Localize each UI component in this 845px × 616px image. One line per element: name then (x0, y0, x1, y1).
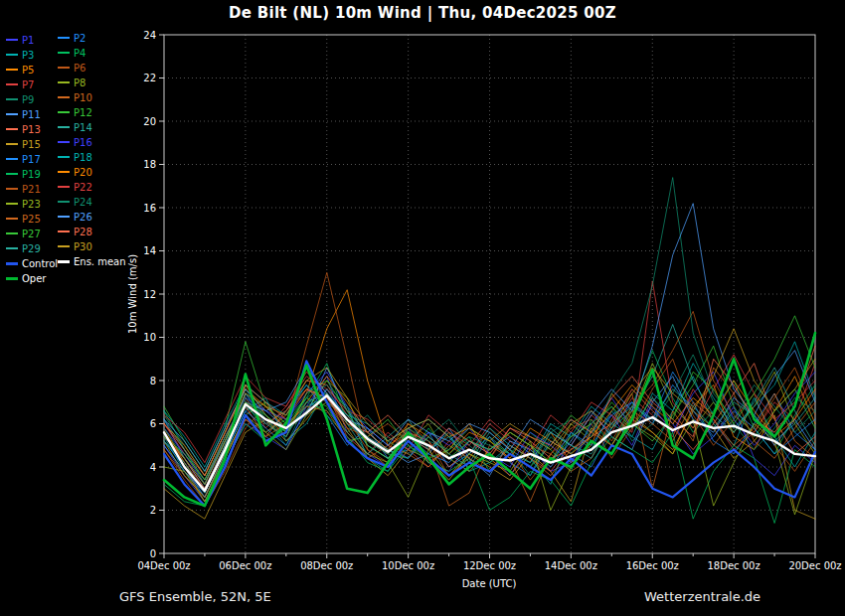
legend-label: P11 (22, 109, 41, 120)
legend-label: P3 (22, 50, 34, 61)
legend-label: P24 (74, 197, 92, 208)
y-tick-label: 8 (150, 376, 156, 386)
legend-line-sample (6, 218, 18, 220)
legend-row: P11P12 (6, 104, 155, 119)
x-tick-label: 10Dec 00z (382, 560, 434, 571)
legend-line-sample (58, 231, 70, 232)
legend-item-p12: P12 (58, 104, 92, 119)
legend-line-sample (58, 171, 70, 173)
legend-label: P13 (22, 124, 41, 135)
legend-item-p19: P19 (6, 168, 41, 179)
legend-row: P3P4 (6, 45, 155, 60)
legend-label: P10 (74, 92, 92, 103)
legend-row: P7P8 (6, 75, 155, 89)
legend-line-sample (6, 83, 18, 85)
legend-line-sample (58, 201, 70, 203)
legend-line-sample (58, 111, 70, 113)
legend-item-p5: P5 (6, 64, 34, 75)
meteogram-page: De Bilt (NL) 10m Wind | Thu, 04Dec2025 0… (0, 0, 845, 616)
legend-item-p9: P9 (6, 93, 34, 104)
legend-line-sample (58, 67, 70, 69)
legend-line-sample (6, 173, 18, 175)
legend-label: P26 (74, 212, 92, 223)
legend-line-sample (58, 141, 70, 143)
y-tick-label: 4 (150, 462, 156, 473)
legend-line-sample (6, 69, 18, 71)
legend-item-p30: P30 (58, 238, 92, 253)
legend-label: P7 (22, 79, 34, 90)
legend-label: P23 (22, 199, 41, 210)
legend-item-p7: P7 (6, 78, 34, 89)
legend-line-sample (6, 203, 18, 205)
legend-item-p6: P6 (58, 60, 85, 75)
legend-line-sample (6, 98, 18, 100)
legend-item-p11: P11 (6, 108, 41, 119)
legend-row: Oper (6, 268, 155, 283)
legend-item-p20: P20 (58, 164, 92, 179)
legend-line-sample (58, 37, 70, 39)
y-tick-label: 0 (150, 548, 156, 559)
legend-item-p22: P22 (58, 179, 92, 194)
legend-item-ens-mean: Ens. mean (58, 253, 126, 268)
footer-site-credit: Wetterzentrale.de (644, 589, 760, 604)
legend-label: P19 (22, 169, 41, 180)
x-tick-label: 18Dec 00z (708, 560, 760, 571)
legend-item-p14: P14 (58, 119, 92, 134)
legend-item-p13: P13 (6, 123, 41, 134)
legend-line-sample (58, 186, 70, 188)
legend-label: P17 (22, 154, 41, 165)
legend-label: Oper (22, 273, 46, 284)
legend-label: P22 (74, 182, 92, 193)
legend-item-p25: P25 (6, 213, 41, 224)
legend-label: P20 (74, 167, 92, 178)
legend-line-sample (58, 260, 70, 263)
legend-item-p2: P2 (58, 30, 85, 45)
legend-label: P6 (74, 63, 85, 74)
legend-label: P27 (22, 229, 41, 239)
series-p24 (164, 178, 815, 485)
legend-label: P16 (74, 137, 92, 148)
legend-line-sample (6, 158, 18, 160)
legend-item-p23: P23 (6, 198, 41, 209)
legend-item-p24: P24 (58, 194, 92, 209)
legend-label: P5 (22, 65, 34, 76)
legend-item-p10: P10 (58, 89, 92, 104)
x-tick-label: 06Dec 00z (219, 560, 271, 571)
legend-row: P17P18 (6, 149, 155, 164)
legend-label: P21 (22, 184, 41, 195)
legend-row: P9P10 (6, 89, 155, 104)
legend-item-p26: P26 (58, 209, 92, 224)
legend-item-p28: P28 (58, 224, 92, 238)
x-tick-label: 16Dec 00z (626, 560, 679, 571)
legend-line-sample (6, 54, 18, 56)
legend-item-oper: Oper (6, 272, 46, 283)
x-tick-label: 08Dec 00z (300, 560, 353, 571)
legend-item-control: Control (6, 257, 58, 268)
legend-label: P15 (22, 139, 41, 150)
legend-row: P1P2 (6, 30, 155, 45)
legend-label: P2 (74, 33, 85, 44)
legend-item-p21: P21 (6, 183, 41, 194)
legend-label: P9 (22, 94, 34, 105)
y-tick-label: 12 (143, 289, 156, 300)
legend-label: P14 (74, 122, 92, 133)
legend-line-sample (58, 245, 70, 247)
legend-line-sample (58, 81, 70, 83)
legend-label: P25 (22, 214, 41, 225)
legend-row: P23P24 (6, 194, 155, 209)
legend-label: P8 (74, 77, 85, 88)
legend-label: P4 (74, 48, 85, 59)
legend-row: P15P16 (6, 134, 155, 149)
legend-label: Ens. mean (74, 256, 126, 267)
legend-label: P30 (74, 241, 92, 252)
legend-line-sample (58, 96, 70, 98)
legend-row: P19P20 (6, 164, 155, 179)
legend-row: P21P22 (6, 179, 155, 194)
legend-line-sample (58, 216, 70, 218)
legend-item-p18: P18 (58, 149, 92, 164)
legend-row: P27P28 (6, 224, 155, 238)
y-tick-label: 6 (150, 418, 156, 429)
legend-item-p27: P27 (6, 228, 41, 238)
legend-item-p15: P15 (6, 138, 41, 149)
legend-label: P29 (22, 243, 41, 254)
